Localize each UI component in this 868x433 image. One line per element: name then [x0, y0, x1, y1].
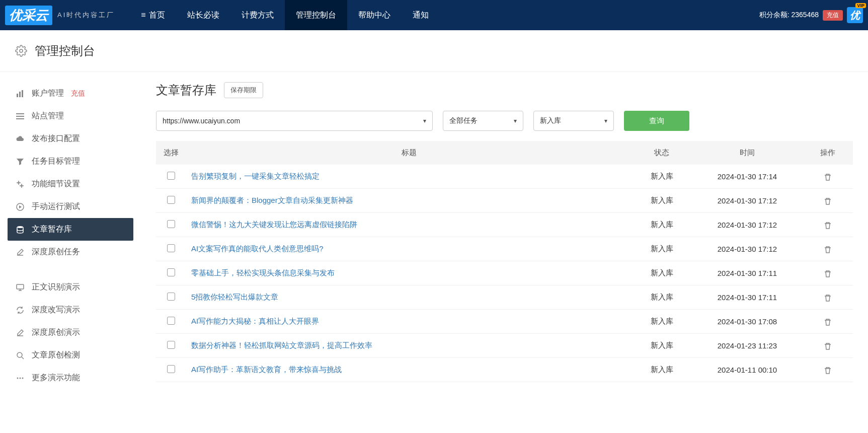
url-select[interactable]: https://www.ucaiyun.com ▾: [156, 111, 433, 131]
article-link[interactable]: 新闻界的颠覆者：Blogger文章自动采集更新神器: [191, 196, 353, 204]
sidebar-item-edit[interactable]: 深度原创演示: [8, 321, 133, 344]
dots-icon: [16, 374, 25, 383]
query-button[interactable]: 查询: [624, 111, 689, 131]
cloud-icon: [16, 134, 25, 143]
article-link[interactable]: AI写作能力大揭秘：真相让人大开眼界: [191, 317, 319, 325]
cogs-icon: [16, 180, 25, 189]
nav-item-0[interactable]: ≡首页: [130, 0, 176, 30]
delete-icon[interactable]: [824, 317, 832, 325]
nav-item-2[interactable]: 计费方式: [230, 0, 285, 30]
nav-item-5[interactable]: 通知: [402, 0, 440, 30]
svg-point-7: [18, 182, 20, 184]
nav-item-4[interactable]: 帮助中心: [347, 0, 402, 30]
row-status: 新入库: [632, 237, 692, 261]
article-link[interactable]: 数据分析神器！轻松抓取网站文章源码，提高工作效率: [191, 341, 372, 349]
article-link[interactable]: 零基础上手，轻松实现头条信息采集与发布: [191, 268, 335, 277]
sidebar-item-edit[interactable]: 深度原创任务: [8, 241, 133, 263]
row-time: 2024-01-30 17:12: [692, 237, 803, 261]
row-time: 2024-01-23 11:23: [692, 334, 803, 358]
svg-point-15: [22, 378, 24, 379]
nav-item-1[interactable]: 站长必读: [176, 0, 230, 30]
edit-icon: [16, 328, 25, 337]
points-label: 积分余额: 2365468: [759, 11, 819, 20]
list-icon: [16, 112, 25, 121]
delete-icon[interactable]: [824, 220, 832, 229]
vip-icon[interactable]: 优VIP: [847, 7, 863, 23]
article-link[interactable]: 微信警惕！这九大关键发现让您远离虚假链接陷阱: [191, 220, 357, 229]
row-checkbox[interactable]: [167, 196, 175, 204]
search-icon: [16, 351, 25, 360]
gear-icon: [15, 45, 27, 57]
svg-rect-5: [16, 116, 24, 117]
sidebar-item-bar-chart[interactable]: 账户管理充值: [8, 82, 133, 105]
svg-rect-4: [16, 113, 24, 114]
row-status: 新入库: [632, 285, 692, 310]
row-time: 2024-01-30 17:08: [692, 310, 803, 334]
svg-point-8: [21, 185, 23, 187]
row-checkbox[interactable]: [167, 268, 175, 276]
row-checkbox[interactable]: [167, 293, 175, 301]
sidebar-item-dots[interactable]: 更多演示功能: [8, 367, 133, 389]
svg-rect-11: [17, 284, 24, 289]
svg-rect-1: [17, 94, 18, 97]
delete-icon[interactable]: [824, 172, 832, 180]
delete-icon[interactable]: [824, 293, 832, 301]
row-status: 新入库: [632, 165, 692, 189]
col-time: 时间: [692, 141, 803, 165]
row-time: 2024-01-11 00:10: [692, 358, 803, 382]
row-status: 新入库: [632, 213, 692, 237]
delete-icon[interactable]: [824, 244, 832, 253]
status-select[interactable]: 新入库 ▾: [533, 111, 614, 131]
col-action: 操作: [803, 141, 853, 165]
delete-icon[interactable]: [824, 341, 832, 349]
sidebar-item-refresh[interactable]: 深度改写演示: [8, 299, 133, 321]
main-content: 文章暂存库 保存期限 https://www.ucaiyun.com ▾ 全部任…: [141, 72, 868, 399]
sidebar-item-filter[interactable]: 任务目标管理: [8, 150, 133, 173]
task-select[interactable]: 全部任务 ▾: [443, 111, 523, 131]
row-checkbox[interactable]: [167, 172, 175, 180]
sidebar-item-database[interactable]: 文章暂存库: [8, 218, 133, 241]
table-row: AI文案写作真的能取代人类创意思维吗?新入库2024-01-30 17:12: [156, 237, 853, 261]
edit-icon: [16, 248, 25, 257]
row-checkbox[interactable]: [167, 244, 175, 252]
sidebar-item-cogs[interactable]: 功能细节设置: [8, 173, 133, 195]
sidebar-item-cloud[interactable]: 发布接口配置: [8, 127, 133, 150]
row-checkbox[interactable]: [167, 317, 175, 325]
chevron-down-icon: ▾: [514, 117, 517, 124]
svg-point-12: [17, 352, 22, 357]
nav-item-3[interactable]: 管理控制台: [285, 0, 347, 30]
row-checkbox[interactable]: [167, 365, 175, 373]
refresh-icon: [16, 306, 25, 315]
row-checkbox[interactable]: [167, 220, 175, 228]
article-link[interactable]: 5招教你轻松写出爆款文章: [191, 293, 278, 301]
article-link[interactable]: AI文案写作真的能取代人类创意思维吗?: [191, 244, 324, 253]
sidebar-item-play[interactable]: 手动运行测试: [8, 195, 133, 218]
desktop-icon: [16, 283, 25, 292]
retention-button[interactable]: 保存期限: [224, 82, 263, 98]
delete-icon[interactable]: [824, 365, 832, 374]
recharge-button[interactable]: 充值: [823, 10, 843, 21]
table-row: 新闻界的颠覆者：Blogger文章自动采集更新神器新入库2024-01-30 1…: [156, 189, 853, 213]
sidebar-item-desktop[interactable]: 正文识别演示: [8, 276, 133, 299]
sidebar-item-list[interactable]: 站点管理: [8, 105, 133, 127]
col-status: 状态: [632, 141, 692, 165]
sidebar-item-search[interactable]: 文章原创检测: [8, 344, 133, 367]
database-icon: [16, 225, 25, 234]
delete-icon[interactable]: [824, 268, 832, 277]
article-link[interactable]: 告别繁琐复制，一键采集文章轻松搞定: [191, 172, 320, 180]
row-status: 新入库: [632, 358, 692, 382]
badge: 充值: [71, 89, 85, 98]
page-title: 管理控制台: [35, 43, 95, 59]
row-checkbox[interactable]: [167, 341, 175, 349]
table-row: 微信警惕！这九大关键发现让您远离虚假链接陷阱新入库2024-01-30 17:1…: [156, 213, 853, 237]
svg-rect-3: [22, 90, 23, 97]
svg-point-10: [17, 226, 23, 228]
article-link[interactable]: AI写作助手：革新语文教育，带来惊喜与挑战: [191, 365, 342, 374]
table-row: 告别繁琐复制，一键采集文章轻松搞定新入库2024-01-30 17:14: [156, 165, 853, 189]
svg-rect-2: [19, 92, 21, 97]
table-row: 数据分析神器！轻松抓取网站文章源码，提高工作效率新入库2024-01-23 11…: [156, 334, 853, 358]
table-row: 5招教你轻松写出爆款文章新入库2024-01-30 17:11: [156, 285, 853, 310]
delete-icon[interactable]: [824, 196, 832, 204]
logo-subtitle: AI时代内容工厂: [57, 11, 115, 20]
col-title: 标题: [186, 141, 632, 165]
